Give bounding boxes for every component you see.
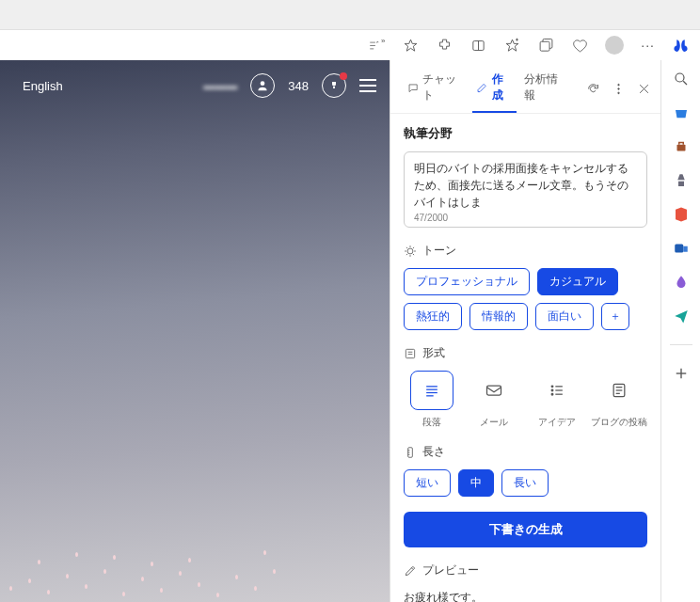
svg-point-8	[617, 92, 619, 94]
svg-point-6	[617, 84, 619, 86]
tab-insights-label: 分析情報	[524, 71, 566, 103]
browser-tab-strip	[0, 0, 700, 30]
compose-input[interactable]: 明日のバイトの採用面接をキャンセルするため、面接先に送るメール文章。もうそのバイ…	[404, 151, 647, 228]
format-ideas[interactable]: アイデア	[529, 371, 585, 429]
sidebar-add-icon[interactable]	[672, 364, 691, 383]
length-medium[interactable]: 中	[458, 469, 494, 497]
sidebar-tools-icon[interactable]	[672, 137, 691, 156]
svg-point-7	[617, 88, 619, 90]
collections-icon[interactable]	[537, 37, 554, 54]
tone-informational[interactable]: 情報的	[469, 303, 528, 330]
edge-sidebar	[660, 60, 700, 602]
sidebar-search-icon[interactable]	[672, 70, 691, 88]
tone-label: トーン	[404, 243, 647, 259]
user-name-masked: ▬▬▬	[203, 79, 237, 92]
user-icon[interactable]	[250, 73, 275, 98]
format-paragraph[interactable]: 段落	[404, 371, 460, 429]
svg-point-5	[261, 81, 265, 86]
sidebar-drop-icon[interactable]	[672, 273, 691, 292]
preview-body: お疲れ様です。 明日のバイトの面接についてご連絡いたします。実は、私事で急な予定…	[404, 588, 647, 602]
svg-point-34	[676, 73, 684, 82]
preview-label: プレビュー	[404, 562, 647, 578]
svg-point-20	[551, 386, 553, 388]
length-long[interactable]: 長い	[501, 469, 549, 497]
split-screen-icon[interactable]	[469, 37, 486, 54]
svg-rect-4	[540, 41, 549, 51]
sidebar-send-icon[interactable]	[672, 307, 691, 325]
favorites-icon[interactable]	[503, 37, 520, 54]
copilot-icon[interactable]	[672, 37, 689, 54]
performance-icon[interactable]	[571, 37, 588, 54]
profile-avatar[interactable]	[605, 36, 624, 55]
svg-point-11	[407, 248, 413, 254]
compose-section-title: 執筆分野	[404, 125, 647, 142]
compose-input-text: 明日のバイトの採用面接をキャンセルするため、面接先に送るメール文章。もうそのバイ…	[414, 160, 637, 211]
browser-toolbar: » ···	[0, 30, 700, 60]
format-label: 形式	[404, 345, 647, 361]
tab-compose-label: 作成	[492, 71, 514, 103]
char-counter: 47/2000	[414, 213, 637, 223]
refresh-icon[interactable]	[586, 82, 600, 97]
copilot-panel: チャット 作成 分析情報 執筆分野 明日のバイトの採用面接をキャンセルするため、…	[390, 60, 660, 602]
svg-rect-37	[675, 245, 683, 253]
tab-compose[interactable]: 作成	[472, 66, 517, 113]
tone-enthusiastic[interactable]: 熱狂的	[404, 303, 462, 330]
panel-more-icon[interactable]	[612, 82, 626, 97]
read-aloud-icon[interactable]: »	[368, 37, 385, 54]
extensions-icon[interactable]	[436, 37, 453, 54]
hamburger-menu-icon[interactable]	[359, 79, 376, 92]
tab-insights[interactable]: 分析情報	[520, 66, 570, 113]
rewards-points[interactable]: 348	[288, 79, 309, 93]
sidebar-shopping-icon[interactable]	[672, 103, 691, 122]
length-label: 長さ	[404, 444, 647, 460]
tab-chat-label: チャット	[422, 71, 465, 103]
favorite-star-icon[interactable]	[402, 37, 419, 54]
tone-funny[interactable]: 面白い	[535, 303, 594, 330]
tone-add[interactable]: ＋	[601, 303, 629, 330]
sidebar-games-icon[interactable]	[672, 171, 691, 190]
format-email[interactable]: メール	[466, 371, 522, 429]
tab-chat[interactable]: チャット	[404, 66, 469, 113]
svg-point-22	[551, 389, 553, 391]
svg-line-35	[683, 81, 687, 85]
format-options: 段落 メール アイデア ブログの投稿	[404, 371, 647, 429]
sidebar-m365-icon[interactable]	[672, 205, 691, 224]
generate-draft-button[interactable]: 下書きの生成	[404, 512, 647, 547]
length-options: 短い 中 長い	[404, 469, 647, 497]
close-panel-icon[interactable]	[637, 82, 651, 97]
tone-chips: プロフェッショナル カジュアル 熱狂的 情報的 面白い ＋	[404, 268, 647, 330]
svg-rect-19	[487, 386, 501, 395]
language-label[interactable]: English	[23, 79, 63, 93]
svg-rect-36	[676, 145, 685, 151]
tone-professional[interactable]: プロフェッショナル	[404, 268, 530, 295]
svg-rect-12	[406, 349, 414, 357]
format-blog[interactable]: ブログの投稿	[591, 371, 647, 429]
rewards-trophy-icon[interactable]	[322, 73, 346, 98]
more-menu-icon[interactable]: ···	[641, 38, 655, 53]
background-flamingos	[0, 527, 390, 602]
page-background: English ▬▬▬ 348	[0, 60, 390, 602]
sidebar-outlook-icon[interactable]	[672, 239, 691, 258]
preview-line-1: お疲れ様です。	[404, 588, 647, 602]
panel-tabs: チャット 作成 分析情報	[390, 60, 660, 114]
svg-point-24	[551, 393, 553, 395]
length-short[interactable]: 短い	[404, 469, 451, 497]
tone-casual[interactable]: カジュアル	[537, 268, 618, 295]
